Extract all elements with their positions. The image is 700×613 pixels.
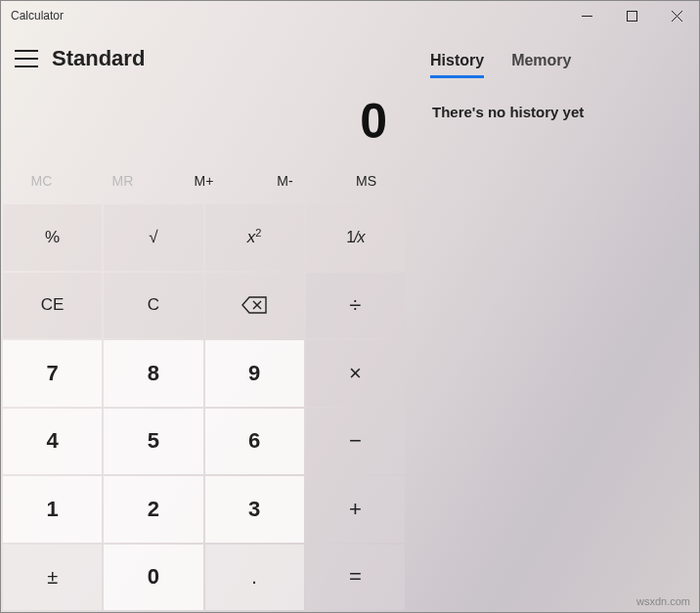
negate-button[interactable]: ± xyxy=(3,545,102,611)
plus-button[interactable]: + xyxy=(306,476,405,543)
display: 0 xyxy=(1,79,407,161)
history-empty-message: There's no history yet xyxy=(426,104,679,120)
memory-add-button[interactable]: M+ xyxy=(163,167,244,195)
clear-entry-button[interactable]: CE xyxy=(3,273,102,339)
decimal-button[interactable]: . xyxy=(205,545,304,611)
digit-2-button[interactable]: 2 xyxy=(104,476,202,543)
side-panel-tabs: History Memory xyxy=(426,48,679,78)
reciprocal-button[interactable]: 1/x xyxy=(306,204,405,271)
backspace-icon xyxy=(241,296,267,314)
watermark: wsxdn.com xyxy=(636,595,690,607)
memory-button-row: MC MR M+ M- MS xyxy=(1,161,407,204)
mode-title: Standard xyxy=(52,46,145,71)
close-button[interactable] xyxy=(654,1,699,30)
digit-1-button[interactable]: 1 xyxy=(3,476,102,543)
equals-button[interactable]: = xyxy=(306,545,405,611)
title-bar: Calculator xyxy=(1,1,699,30)
tab-history[interactable]: History xyxy=(430,52,484,78)
maximize-button[interactable] xyxy=(609,1,654,30)
minimize-button[interactable] xyxy=(564,1,609,30)
tab-memory[interactable]: Memory xyxy=(511,52,571,78)
digit-9-button[interactable]: 9 xyxy=(205,340,304,407)
digit-7-button[interactable]: 7 xyxy=(3,340,102,407)
digit-6-button[interactable]: 6 xyxy=(205,409,304,475)
digit-5-button[interactable]: 5 xyxy=(104,409,202,475)
menu-button[interactable] xyxy=(15,50,38,67)
digit-0-button[interactable]: 0 xyxy=(104,545,202,611)
square-button[interactable]: x2 xyxy=(205,204,304,271)
memory-clear-button: MC xyxy=(1,167,82,195)
digit-3-button[interactable]: 3 xyxy=(205,476,304,543)
minus-button[interactable]: − xyxy=(306,409,405,475)
sqrt-button[interactable]: √ xyxy=(104,204,202,271)
backspace-button[interactable] xyxy=(205,273,304,339)
memory-subtract-button[interactable]: M- xyxy=(244,167,326,195)
multiply-button[interactable]: × xyxy=(306,340,405,407)
hamburger-icon xyxy=(15,50,38,52)
keypad: % √ x2 1/x CE C ÷ 7 8 9 × 4 5 6 − 1 2 3 … xyxy=(1,204,407,612)
memory-recall-button: MR xyxy=(82,167,163,195)
memory-store-button[interactable]: MS xyxy=(326,167,407,195)
clear-button[interactable]: C xyxy=(104,273,202,339)
digit-8-button[interactable]: 8 xyxy=(104,340,202,407)
minimize-icon xyxy=(582,11,592,22)
display-value: 0 xyxy=(360,94,387,149)
svg-rect-1 xyxy=(627,11,636,21)
digit-4-button[interactable]: 4 xyxy=(3,409,102,475)
close-icon xyxy=(672,11,682,22)
maximize-icon xyxy=(627,11,637,22)
percent-button[interactable]: % xyxy=(3,204,102,271)
divide-button[interactable]: ÷ xyxy=(306,273,405,339)
window-title: Calculator xyxy=(11,9,64,22)
